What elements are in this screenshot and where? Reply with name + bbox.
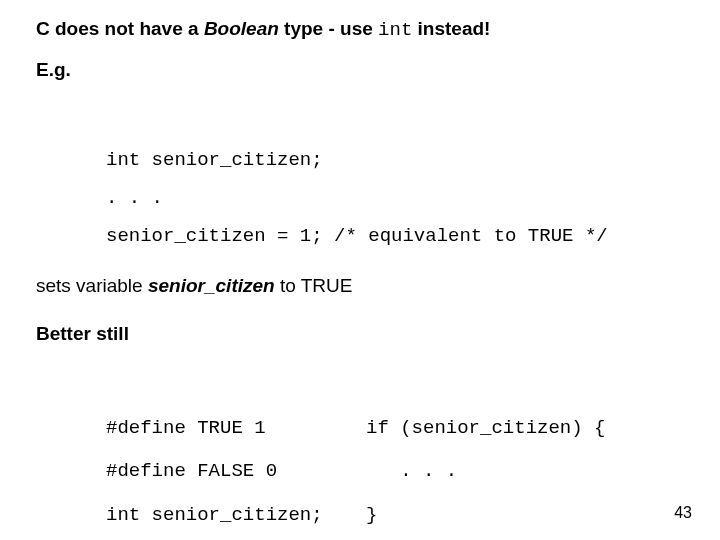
code1-l1: int senior_citizen; [106, 149, 323, 171]
right-l3: } [366, 504, 377, 526]
slide-content: C does not have a Boolean type - use int… [0, 0, 720, 540]
page-number: 43 [674, 504, 692, 522]
code1-l3: senior_citizen = 1; /* equivalent to TRU… [106, 225, 608, 247]
left-l1: #define TRUE 1 [106, 417, 266, 439]
eg-label: E.g. [36, 59, 692, 81]
setline-var: senior_citizen [148, 275, 275, 296]
heading-int: int [378, 19, 412, 41]
heading-post: instead! [412, 18, 490, 39]
better-still-label: Better still [36, 323, 692, 345]
heading-boolean: Boolean [204, 18, 279, 39]
sets-variable-line: sets variable senior_citizen to TRUE [36, 275, 692, 297]
left-l3: int senior_citizen; [106, 504, 323, 526]
code-left-col: #define TRUE 1 #define FALSE 0 int senio… [106, 363, 366, 540]
two-column-code: #define TRUE 1 #define FALSE 0 int senio… [106, 363, 692, 540]
code-right-col: if (senior_citizen) { . . . } [366, 363, 605, 540]
code-block-1: int senior_citizen; . . . senior_citizen… [106, 103, 692, 255]
code1-l2: . . . [106, 187, 163, 209]
heading-line: C does not have a Boolean type - use int… [36, 18, 692, 41]
setline-pre: sets variable [36, 275, 148, 296]
heading-pre: C does not have a [36, 18, 204, 39]
right-l1: if (senior_citizen) { [366, 417, 605, 439]
heading-mid: type - use [279, 18, 378, 39]
setline-post: to TRUE [275, 275, 353, 296]
right-l2: . . . [366, 460, 457, 482]
left-l2: #define FALSE 0 [106, 460, 277, 482]
